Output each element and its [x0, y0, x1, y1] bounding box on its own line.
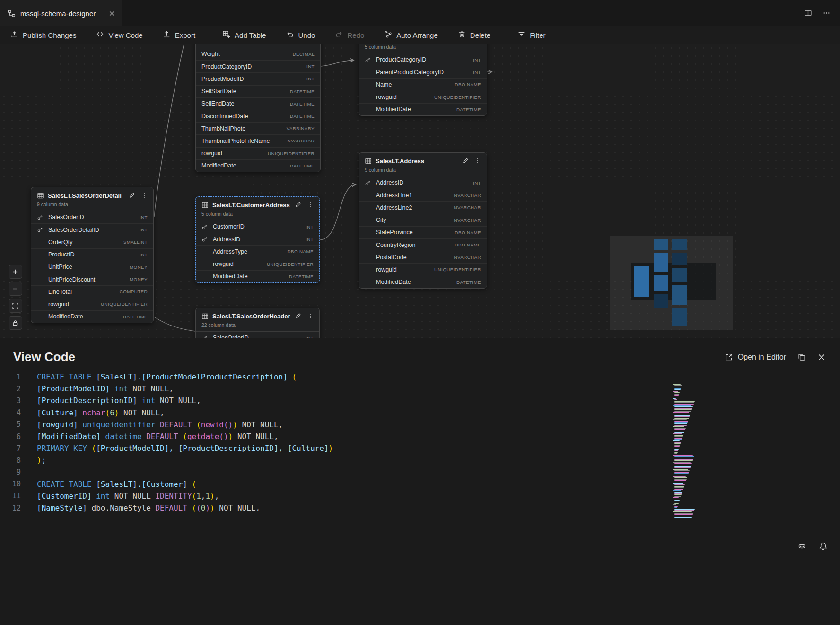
column-row[interactable]: UnitPriceMONEY — [31, 261, 153, 273]
edit-table-icon[interactable] — [462, 158, 469, 164]
column-name: ProductModelID — [201, 76, 244, 82]
column-row[interactable]: SellStartDateDATETIME — [196, 85, 320, 97]
column-row[interactable]: ProductCategoryIDINT — [359, 53, 487, 66]
publish-changes-button[interactable]: Publish Changes — [5, 28, 82, 42]
export-button[interactable]: Export — [157, 28, 201, 42]
column-row[interactable]: AddressIDINT — [196, 233, 319, 245]
column-row[interactable]: AddressIDINT — [359, 176, 487, 189]
column-row[interactable]: rowguidUNIQUEIDENTIFIER — [196, 147, 320, 159]
column-row[interactable]: AddressTypeDBO.NAME — [196, 245, 319, 257]
table-menu-icon[interactable] — [307, 202, 314, 208]
undo-button[interactable]: Undo — [280, 28, 321, 42]
table-sales-order-header[interactable]: SalesLT.SalesOrderHeader 22 column data … — [195, 308, 320, 338]
column-row[interactable]: SalesOrderIDINT — [31, 211, 153, 223]
delete-button[interactable]: Delete — [452, 28, 496, 42]
minimap-block — [654, 253, 668, 272]
edit-table-icon[interactable] — [295, 313, 301, 319]
edit-table-icon[interactable] — [129, 192, 135, 199]
line-number: 11 — [0, 492, 37, 500]
table-menu-icon[interactable] — [141, 192, 148, 199]
column-row[interactable]: ParentProductCategoryIDINT — [359, 66, 487, 78]
more-actions-icon[interactable] — [822, 9, 831, 17]
column-row[interactable]: ProductModelIDINT — [196, 72, 320, 85]
column-row[interactable]: NameDBO.NAME — [359, 78, 487, 90]
open-in-editor-button[interactable]: Open in Editor — [725, 353, 786, 361]
tab-close-icon[interactable] — [108, 9, 116, 18]
column-row[interactable]: AddressLine1NVARCHAR — [359, 189, 487, 201]
code-viewer[interactable]: 1CREATE TABLE [SalesLT].[ProductModelPro… — [0, 371, 840, 514]
column-type: NVARCHAR — [288, 138, 315, 143]
column-row[interactable]: ModifiedDateDATETIME — [359, 276, 487, 288]
zoom-toolbar — [9, 265, 22, 330]
add-table-button[interactable]: Add Table — [217, 28, 271, 42]
edit-table-icon[interactable] — [295, 202, 301, 208]
table-product-category[interactable]: 5 column data ProductCategoryIDINTParent… — [359, 44, 487, 116]
column-type: DBO.NAME — [455, 82, 481, 87]
column-row[interactable]: SellEndDateDATETIME — [196, 97, 320, 110]
column-row[interactable]: rowguidUNIQUEIDENTIFIER — [359, 91, 487, 103]
auto-arrange-button[interactable]: Auto Arrange — [378, 28, 444, 42]
column-row[interactable]: ThumbNailPhotoVARBINARY — [196, 122, 320, 134]
column-row[interactable]: ProductIDINT — [31, 248, 153, 261]
zoom-out-button[interactable] — [9, 282, 22, 296]
notifications-bell-icon[interactable] — [819, 542, 828, 551]
copy-code-icon[interactable] — [797, 353, 806, 361]
filter-button[interactable]: Filter — [512, 28, 551, 42]
column-row[interactable]: DiscontinuedDateDATETIME — [196, 110, 320, 122]
close-panel-icon[interactable] — [817, 353, 826, 361]
view-code-panel: View Code Open in Editor 1CREATE TABLE [… — [0, 338, 840, 625]
column-row[interactable]: CountryRegionDBO.NAME — [359, 238, 487, 251]
table-menu-icon[interactable] — [474, 158, 481, 164]
column-name: CountryRegion — [376, 242, 415, 248]
column-row[interactable]: rowguidUNIQUEIDENTIFIER — [31, 298, 153, 310]
canvas-minimap[interactable] — [610, 236, 733, 330]
column-row[interactable]: ProductCategoryIDINT — [196, 60, 320, 72]
column-row[interactable]: ModifiedDateDATETIME — [196, 270, 319, 282]
column-row[interactable]: PostalCodeNVARCHAR — [359, 251, 487, 263]
column-row[interactable]: UnitPriceDiscountMONEY — [31, 273, 153, 285]
column-row[interactable]: CustomerIDINT — [196, 220, 319, 233]
column-type: INT — [306, 335, 314, 338]
copilot-icon[interactable] — [797, 542, 806, 551]
column-row[interactable]: ThumbnailPhotoFileNameNVARCHAR — [196, 134, 320, 147]
lock-button[interactable] — [9, 316, 22, 330]
table-product[interactable]: WeightDECIMALProductCategoryIDINTProduct… — [195, 44, 321, 172]
zoom-in-button[interactable] — [9, 265, 22, 279]
code-minimap[interactable] — [673, 384, 698, 519]
column-name: AddressID — [376, 179, 403, 186]
schema-canvas[interactable]: WeightDECIMALProductCategoryIDINTProduct… — [0, 44, 840, 338]
column-row[interactable]: ModifiedDateDATETIME — [196, 159, 320, 172]
column-row[interactable]: OrderQtySMALLINT — [31, 236, 153, 248]
table-address[interactable]: SalesLT.Address 9 column data AddressIDI… — [359, 152, 487, 289]
line-number: 7 — [0, 444, 37, 453]
table-customer-address[interactable]: SalesLT.CustomerAddress 5 column data Cu… — [195, 196, 320, 283]
column-type: UNIQUEIDENTIFIER — [101, 301, 148, 307]
table-sales-order-detail[interactable]: SalesLT.SalesOrderDetail 9 column data S… — [31, 187, 154, 323]
column-row[interactable]: AddressLine2NVARCHAR — [359, 201, 487, 213]
column-type: INT — [306, 64, 315, 69]
view-code-button[interactable]: View Code — [90, 28, 148, 42]
column-row[interactable]: rowguidUNIQUEIDENTIFIER — [196, 258, 319, 270]
column-row[interactable]: ModifiedDateDATETIME — [31, 310, 153, 323]
column-row[interactable]: SalesOrderIDINT — [196, 332, 319, 338]
split-editor-icon[interactable] — [804, 9, 812, 17]
column-name: SalesOrderID — [213, 335, 249, 338]
tab-mssql-schema-designer[interactable]: mssql-schema-designer — [0, 0, 122, 26]
column-type: DATETIME — [123, 314, 148, 319]
column-name: ProductID — [48, 251, 75, 258]
column-row[interactable]: rowguidUNIQUEIDENTIFIER — [359, 263, 487, 275]
column-type: DATETIME — [456, 107, 481, 112]
column-row[interactable]: CityNVARCHAR — [359, 214, 487, 226]
column-row[interactable]: LineTotalCOMPUTED — [31, 285, 153, 298]
column-row[interactable]: SalesOrderDetailIDINT — [31, 223, 153, 236]
status-icons — [797, 542, 828, 551]
line-number: 3 — [0, 396, 37, 405]
redo-button[interactable]: Redo — [329, 28, 370, 42]
table-menu-icon[interactable] — [307, 313, 314, 319]
line-number: 10 — [0, 480, 37, 488]
column-row[interactable]: ModifiedDateDATETIME — [359, 103, 487, 115]
column-type: DBO.NAME — [288, 249, 314, 254]
column-row[interactable]: WeightDECIMAL — [196, 48, 320, 60]
column-row[interactable]: StateProvinceDBO.NAME — [359, 226, 487, 238]
fit-to-screen-button[interactable] — [9, 299, 22, 313]
